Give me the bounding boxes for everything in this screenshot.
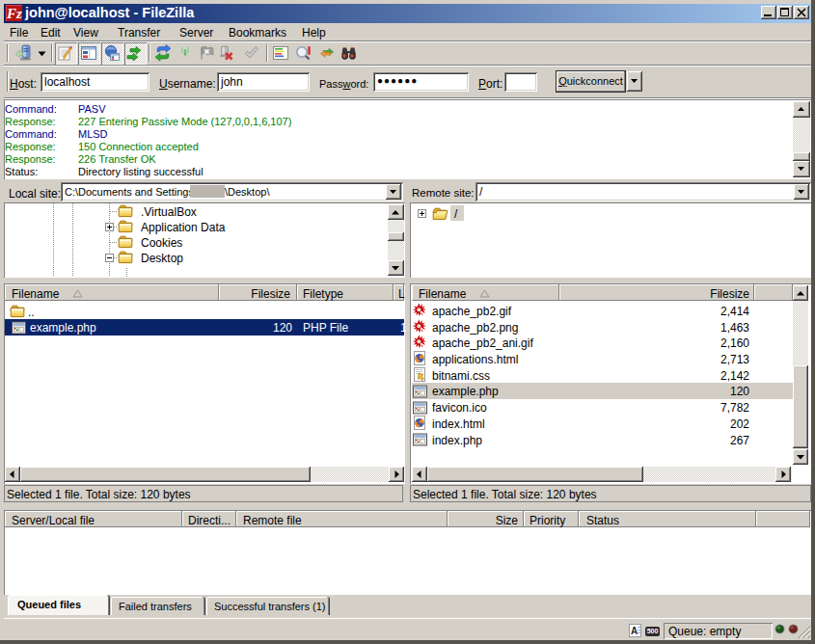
svg-text:Fz: Fz (6, 6, 22, 21)
